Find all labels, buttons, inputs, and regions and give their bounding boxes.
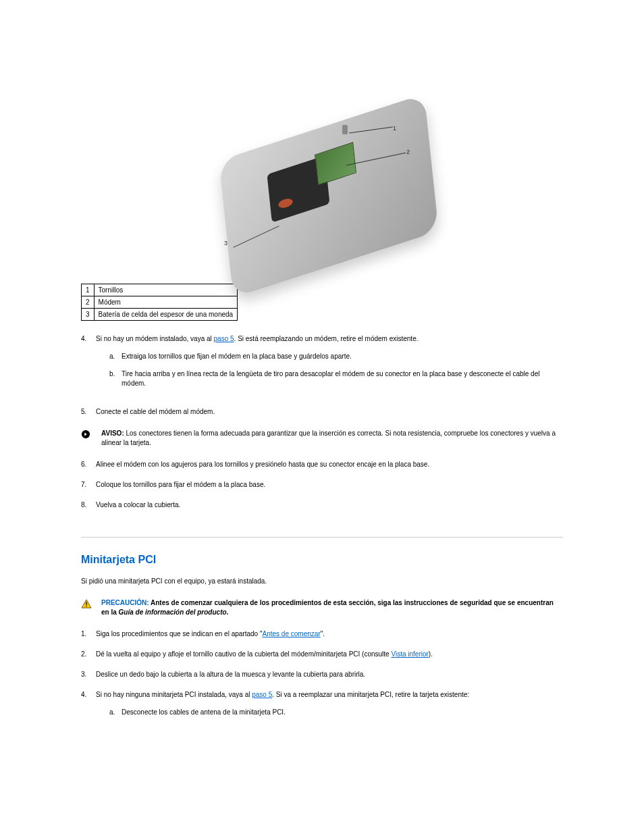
step-suffix: ). bbox=[429, 650, 433, 658]
step-number: 5. bbox=[81, 407, 96, 417]
substep-marker: a. bbox=[109, 352, 122, 361]
caution-body2: . bbox=[227, 608, 229, 616]
table-cell-label: Módem bbox=[94, 296, 238, 309]
figure-illustration: 1 2 3 bbox=[227, 68, 417, 257]
step-text: Si no hay ninguna minitarjeta PCI instal… bbox=[96, 690, 563, 725]
table-row: 2 Módem bbox=[82, 296, 238, 309]
table-cell-num: 2 bbox=[82, 296, 95, 309]
notice-icon bbox=[81, 429, 101, 442]
step-prefix: Si no hay ninguna minitarjeta PCI instal… bbox=[96, 691, 252, 698]
step-text: Dé la vuelta al equipo y afloje el torni… bbox=[96, 650, 563, 659]
substep-b: b. Tire hacia arriba y en línea recta de… bbox=[109, 369, 563, 388]
section-title: Minitarjeta PCI bbox=[81, 554, 563, 566]
svg-rect-2 bbox=[86, 606, 86, 606]
step-6: 6. Alinee el módem con los agujeros para… bbox=[81, 460, 563, 469]
notice-body: Los conectores tienen la forma adecuada … bbox=[101, 429, 556, 446]
modem-steps-cont: 6. Alinee el módem con los agujeros para… bbox=[81, 460, 563, 510]
step-link[interactable]: paso 5 bbox=[214, 335, 234, 342]
callout-3: 3 bbox=[224, 240, 227, 246]
section-intro: Si pidió una minitarjeta PCI con el equi… bbox=[81, 577, 563, 586]
step-7: 7. Coloque los tornillos para fijar el m… bbox=[81, 480, 563, 490]
callout-2: 2 bbox=[406, 149, 410, 155]
substep-marker: b. bbox=[109, 369, 122, 388]
table-cell-num: 1 bbox=[82, 284, 95, 296]
step-suffix: ". bbox=[321, 630, 325, 637]
step-number: 7. bbox=[81, 480, 96, 490]
step-text: Si no hay un módem instalado, vaya al pa… bbox=[96, 334, 563, 396]
notice-label: AVISO: bbox=[101, 429, 124, 437]
aviso-notice: AVISO: Los conectores tienen la forma ad… bbox=[81, 429, 563, 448]
caution-label: PRECAUCIÓN: bbox=[101, 599, 151, 606]
pci-step-3: 3. Deslice un dedo bajo la cubierta a la… bbox=[81, 670, 563, 679]
step-link[interactable]: Vista inferior bbox=[391, 650, 428, 658]
step-number: 6. bbox=[81, 460, 96, 469]
step-text: Siga los procedimientos que se indican e… bbox=[96, 629, 563, 639]
step-prefix: Si no hay un módem instalado, vaya al bbox=[96, 335, 214, 342]
step-number: 2. bbox=[81, 650, 96, 659]
substep-text: Desconecte los cables de antena de la mi… bbox=[122, 708, 563, 717]
step-text: Vuelva a colocar la cubierta. bbox=[96, 500, 563, 510]
step-suffix: . Si va a reemplazar una minitarjeta PCI… bbox=[272, 691, 469, 698]
table-cell-label: Batería de celda del espesor de una mone… bbox=[94, 309, 238, 321]
table-row: 1 Tornillos bbox=[82, 284, 238, 296]
product-guide: Guía de información del producto bbox=[119, 608, 227, 616]
step-text: Conecte el cable del módem al módem. bbox=[96, 407, 563, 417]
step-8: 8. Vuelva a colocar la cubierta. bbox=[81, 500, 563, 510]
step-link[interactable]: paso 5 bbox=[252, 691, 272, 698]
pci-step-1: 1. Siga los procedimientos que se indica… bbox=[81, 629, 563, 639]
modem-figure: 1 2 3 bbox=[81, 68, 563, 257]
step-number: 3. bbox=[81, 670, 96, 679]
modem-steps: 4. Si no hay un módem instalado, vaya al… bbox=[81, 334, 563, 417]
step-text: Coloque los tornillos para fijar el móde… bbox=[96, 480, 563, 490]
notice-text: AVISO: Los conectores tienen la forma ad… bbox=[101, 429, 563, 448]
pci-step-2: 2. Dé la vuelta al equipo y afloje el to… bbox=[81, 650, 563, 659]
substep-text: Extraiga los tornillos que fijan el móde… bbox=[122, 352, 563, 361]
step-5: 5. Conecte el cable del módem al módem. bbox=[81, 407, 563, 417]
step-prefix: Siga los procedimientos que se indican e… bbox=[96, 630, 262, 637]
step-text: Alinee el módem con los agujeros para lo… bbox=[96, 460, 563, 469]
section-divider bbox=[81, 537, 563, 538]
step-4: 4. Si no hay un módem instalado, vaya al… bbox=[81, 334, 563, 396]
table-row: 3 Batería de celda del espesor de una mo… bbox=[82, 309, 238, 321]
step-number: 4. bbox=[81, 334, 96, 396]
step-link[interactable]: Antes de comenzar bbox=[262, 630, 320, 637]
step-number: 1. bbox=[81, 629, 96, 639]
svg-rect-1 bbox=[86, 602, 86, 604]
caution-icon bbox=[81, 598, 101, 611]
step-number: 4. bbox=[81, 690, 96, 725]
callout-1: 1 bbox=[393, 125, 396, 132]
substep-marker: a. bbox=[109, 708, 122, 717]
step-text: Deslice un dedo bajo la cubierta a la al… bbox=[96, 670, 563, 679]
pci-substep-a: a. Desconecte los cables de antena de la… bbox=[109, 708, 563, 717]
caution-text: PRECAUCIÓN: Antes de comenzar cualquiera… bbox=[101, 598, 563, 617]
pci-steps: 1. Siga los procedimientos que se indica… bbox=[81, 629, 563, 725]
step-suffix: . Si está reemplazando un módem, retire … bbox=[234, 335, 419, 342]
table-cell-label: Tornillos bbox=[94, 284, 238, 296]
caution-notice: PRECAUCIÓN: Antes de comenzar cualquiera… bbox=[81, 598, 563, 617]
substep-text: Tire hacia arriba y en línea recta de la… bbox=[122, 369, 563, 388]
step-prefix: Dé la vuelta al equipo y afloje el torni… bbox=[96, 650, 391, 658]
step-number: 8. bbox=[81, 500, 96, 510]
table-cell-num: 3 bbox=[82, 309, 95, 321]
pci-step-4: 4. Si no hay ninguna minitarjeta PCI ins… bbox=[81, 690, 563, 725]
parts-table: 1 Tornillos 2 Módem 3 Batería de celda d… bbox=[81, 284, 238, 321]
substep-a: a. Extraiga los tornillos que fijan el m… bbox=[109, 352, 563, 361]
